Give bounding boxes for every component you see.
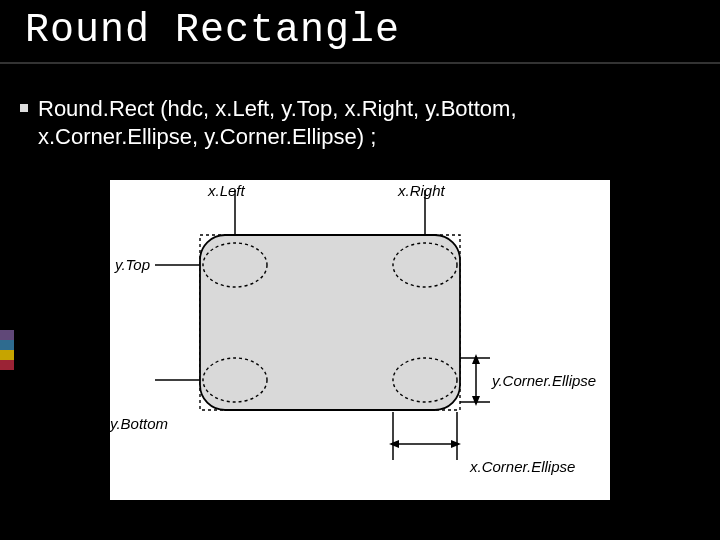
svg-marker-17 bbox=[451, 440, 461, 448]
accent-strip bbox=[0, 330, 14, 370]
accent-1 bbox=[0, 330, 14, 340]
accent-2 bbox=[0, 340, 14, 350]
svg-marker-12 bbox=[472, 396, 480, 406]
accent-3 bbox=[0, 350, 14, 360]
accent-4 bbox=[0, 360, 14, 370]
svg-marker-11 bbox=[472, 354, 480, 364]
label-xcornerellipse: x.Corner.Ellipse bbox=[470, 458, 575, 475]
label-ycornerellipse: y.Corner.Ellipse bbox=[492, 372, 596, 389]
label-ybottom: y.Bottom bbox=[110, 415, 168, 432]
bullet-text: Round.Rect (hdc, x.Left, y.Top, x.Right,… bbox=[38, 96, 517, 149]
label-xleft: x.Left bbox=[208, 182, 245, 199]
diagram-svg bbox=[110, 180, 610, 500]
bullet-marker-icon bbox=[20, 104, 28, 112]
diagram: x.Left x.Right y.Top y.Bottom y.Corner.E… bbox=[110, 180, 610, 500]
bullet-item: Round.Rect (hdc, x.Left, y.Top, x.Right,… bbox=[38, 95, 678, 150]
label-xright: x.Right bbox=[398, 182, 445, 199]
svg-marker-16 bbox=[389, 440, 399, 448]
label-ytop: y.Top bbox=[115, 256, 150, 273]
title-rule bbox=[0, 62, 720, 64]
slide: Round Rectangle Round.Rect (hdc, x.Left,… bbox=[0, 0, 720, 540]
svg-rect-1 bbox=[200, 235, 460, 410]
slide-title: Round Rectangle bbox=[25, 8, 400, 53]
